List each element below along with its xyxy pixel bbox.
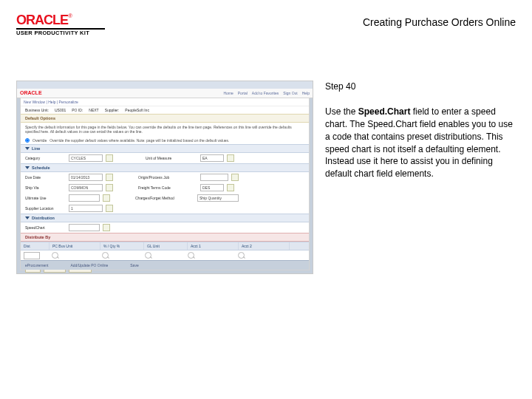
lookup-icon[interactable] (106, 154, 113, 162)
search-icon[interactable] (145, 252, 151, 259)
cell-input[interactable] (24, 252, 40, 259)
distribute-by-label: Distribute By (25, 235, 50, 239)
window-titlebar (17, 81, 313, 89)
speedchart-label: SpeedChart (25, 225, 66, 230)
dist-table-header: Dist PC Bus Unit % / Qty % GL Unit Acct … (21, 242, 309, 250)
speedchart-input[interactable] (69, 224, 100, 231)
line-header[interactable]: Line (21, 144, 309, 153)
breadcrumb: New Window | Help | Personalize (21, 98, 309, 106)
uom-input[interactable]: EA (200, 154, 224, 162)
calendar-icon[interactable] (106, 174, 113, 181)
step-text-after: field to enter a speed chart. The Speed.… (325, 106, 513, 179)
ult-label: Ultimate Use (25, 196, 66, 200)
supplier-label: Supplier: (105, 108, 120, 112)
lookup-icon[interactable] (106, 205, 113, 212)
distribution-label: Distribution (32, 216, 55, 220)
supploc-input[interactable]: 1 (69, 205, 103, 212)
screenshot-panel: ORACLE Home Portal Add to Favorites Sign… (16, 81, 313, 274)
search-icon[interactable] (188, 252, 194, 259)
default-options-label: Default Options (25, 116, 55, 120)
po-label: PO ID: (72, 108, 83, 112)
supploc-label: Supplier Location (25, 206, 66, 211)
default-para-2: Override the supplier default values whe… (50, 138, 229, 143)
override-radio[interactable] (25, 138, 30, 143)
due-date-label: Due Date (25, 175, 66, 180)
step-bold: Speed.Chart (358, 106, 411, 117)
bu-value: US001 (55, 108, 66, 112)
override-row: Override Override the supplier default v… (21, 137, 309, 145)
search-icon[interactable] (102, 252, 109, 259)
col-pc: PC Bus Unit (50, 242, 100, 250)
bu-label: Business Unit: (25, 108, 49, 112)
lookup-icon[interactable] (106, 184, 113, 191)
nav-home[interactable]: Home (223, 91, 233, 95)
search-icon[interactable] (238, 252, 245, 259)
step-text-before: Use the (325, 106, 358, 117)
default-para-1: Specify the default information for this… (21, 123, 309, 137)
col-dist: Dist (21, 242, 50, 250)
oracle-wordmark: ORACLE (16, 13, 68, 27)
lookup-icon[interactable] (227, 154, 234, 162)
lookup-icon[interactable] (103, 194, 110, 202)
distribute-by-header[interactable]: Distribute By (21, 233, 309, 242)
col-a1: Acct 1 (188, 242, 239, 250)
suite-name: USER PRODUCTIVITY KIT (16, 30, 105, 36)
col-pct: % / Qty % (100, 242, 144, 250)
brand-logo: ORACLE® USER PRODUCTIVITY KIT (16, 13, 105, 36)
footer-right[interactable]: Save (130, 263, 138, 267)
override-label: Override (33, 138, 47, 143)
nav-portal[interactable]: Portal (238, 91, 248, 95)
nav-help[interactable]: Help (302, 91, 310, 95)
line-label: Line (32, 146, 40, 151)
uom-label: Unit of Measure (146, 156, 197, 160)
schedule-header[interactable]: Schedule (21, 163, 309, 172)
due-date-input[interactable]: 01/14/2013 (69, 174, 103, 181)
search-icon[interactable] (52, 252, 58, 259)
page-title: Creating Purchase Orders Online (363, 16, 516, 28)
collapse-icon (25, 216, 30, 219)
footer-mid[interactable]: Add/Update PO Online (70, 263, 108, 267)
category-label: Category (25, 156, 66, 160)
nav-fav[interactable]: Add to Favorites (252, 91, 279, 95)
nav-signout[interactable]: Sign Out (283, 91, 297, 95)
app-logo: ORACLE (20, 90, 42, 95)
freight-label: Freight Terms Code (138, 185, 197, 190)
footer-left[interactable]: eProcurement (25, 263, 48, 267)
app-content: New Window | Help | Personalize Business… (20, 98, 310, 270)
shipvia-input[interactable]: COMMON (69, 184, 103, 191)
app-footer: eProcurement Add/Update PO Online Save (21, 260, 309, 270)
step-label: Step 40 (325, 81, 516, 93)
collapse-icon (25, 147, 30, 150)
default-options-header: Default Options (21, 114, 309, 123)
app-nav: Home Portal Add to Favorites Sign Out He… (223, 91, 310, 95)
distribution-header[interactable]: Distribution (21, 214, 309, 222)
lookup-icon[interactable] (227, 184, 234, 191)
schedule-label: Schedule (32, 166, 50, 170)
charge-select[interactable]: Ship Quantity (197, 194, 239, 202)
supplier-value: PeopleSoft Inc (125, 108, 149, 112)
freight-input[interactable]: DES (200, 184, 224, 191)
category-input[interactable]: CYCLES (69, 154, 103, 162)
trademark: ® (68, 13, 72, 19)
col-a2: Acct 2 (239, 242, 290, 250)
orig-input[interactable] (200, 174, 228, 181)
ult-input[interactable] (69, 194, 100, 202)
col-gl: GL Unit (144, 242, 188, 250)
shipvia-label: Ship Via (25, 185, 66, 190)
header-info-row: Business Unit: US001 PO ID: NEXT Supplie… (21, 106, 309, 114)
lookup-icon[interactable] (103, 224, 110, 231)
lookup-icon[interactable] (231, 174, 239, 181)
po-value: NEXT (89, 108, 98, 112)
step-body: Use the Speed.Chart field to enter a spe… (325, 106, 516, 180)
collapse-icon (25, 166, 30, 169)
orig-label: Origin/Process Job (138, 175, 197, 180)
instruction-panel: Step 40 Use the Speed.Chart field to ent… (325, 81, 516, 274)
charge-label: Charges/Forget Method (135, 196, 194, 200)
